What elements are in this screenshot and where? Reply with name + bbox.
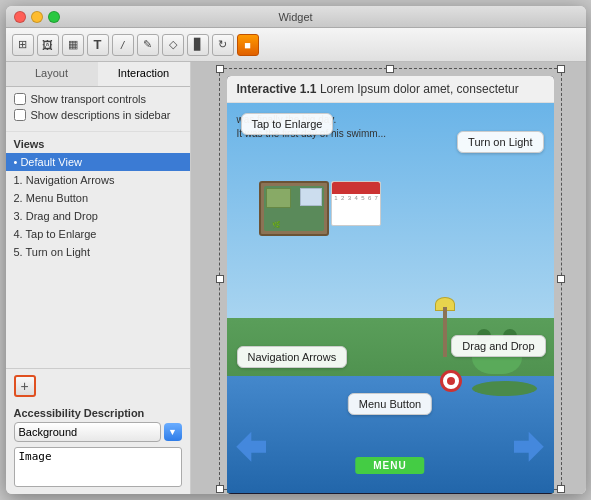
view-item-nav-arrows[interactable]: 1. Navigation Arrows	[6, 171, 190, 189]
toolbar: ⊞ 🖼 ▦ T / ✎ ◇ ▊ ↻ ■	[6, 28, 586, 62]
text-tool-button[interactable]: T	[87, 34, 109, 56]
callout-nav-arrows: Navigation Arrows	[237, 346, 348, 368]
target-icon	[440, 370, 462, 392]
line-tool-button[interactable]: /	[112, 34, 134, 56]
view-item-menu-button[interactable]: 2. Menu Button	[6, 189, 190, 207]
shape-tool-button[interactable]: ◇	[162, 34, 184, 56]
callout-drag-drop: Drag and Drop	[451, 335, 545, 357]
refresh-tool-button[interactable]: ↻	[212, 34, 234, 56]
handle-ml[interactable]	[216, 275, 224, 283]
traffic-lights	[14, 11, 60, 23]
accessibility-section: Accessibility Description Background ▼ I…	[6, 403, 190, 494]
show-transport-row: Show transport controls	[14, 93, 182, 105]
sidebar-bottom: +	[6, 368, 190, 403]
window-title: Widget	[278, 11, 312, 23]
handle-bl[interactable]	[216, 485, 224, 493]
show-transport-label: Show transport controls	[31, 93, 147, 105]
callout-turn-on-light: Turn on Light	[457, 131, 543, 153]
minimize-button[interactable]	[31, 11, 43, 23]
show-descriptions-row: Show descriptions in sidebar	[14, 109, 182, 121]
show-descriptions-label: Show descriptions in sidebar	[31, 109, 171, 121]
view-item-default[interactable]: • Default View	[6, 153, 190, 171]
accessibility-dropdown[interactable]: Background	[14, 422, 161, 442]
view-item-drag-drop[interactable]: 3. Drag and Drop	[6, 207, 190, 225]
tab-layout[interactable]: Layout	[6, 62, 98, 86]
tab-interaction[interactable]: Interaction	[98, 62, 190, 86]
content-area: Layout Interaction Show transport contro…	[6, 62, 586, 494]
chart-tool-button[interactable]: ▊	[187, 34, 209, 56]
views-section-label: Views	[6, 132, 190, 153]
views-list: • Default View 1. Navigation Arrows 2. M…	[6, 153, 190, 368]
pencil-tool-button[interactable]: ✎	[137, 34, 159, 56]
lamp-pole	[443, 307, 447, 357]
dropdown-arrow-icon[interactable]: ▼	[164, 423, 182, 441]
accessibility-dropdown-row: Background ▼	[14, 422, 182, 442]
card-title-bold: Interactive 1.1	[237, 82, 317, 96]
accessibility-label: Accessibility Description	[14, 407, 182, 419]
calendar-header	[332, 182, 380, 194]
calendar: 1 2 3 4 5 6 7	[331, 181, 381, 226]
canvas-wrapper: Interactive 1.1 Lorem Ipsum dolor amet, …	[211, 62, 566, 494]
table-tool-button[interactable]: ▦	[62, 34, 84, 56]
handle-mr[interactable]	[557, 275, 565, 283]
card-content: was finally the big day. It was the firs…	[227, 103, 554, 493]
add-view-button[interactable]: +	[14, 375, 36, 397]
app-window: Widget ⊞ 🖼 ▦ T / ✎ ◇ ▊ ↻ ■ Layout Intera…	[6, 6, 586, 494]
title-bar: Widget	[6, 6, 586, 28]
color-tool-button[interactable]: ■	[237, 34, 259, 56]
view-item-turn-on-light[interactable]: 5. Turn on Light	[6, 243, 190, 261]
handle-tr[interactable]	[557, 65, 565, 73]
photo-frame: 🌿	[259, 181, 329, 236]
view-item-tap-enlarge[interactable]: 4. Tap to Enlarge	[6, 225, 190, 243]
main-area: Interactive 1.1 Lorem Ipsum dolor amet, …	[191, 62, 586, 494]
maximize-button[interactable]	[48, 11, 60, 23]
card-title-text: Lorem Ipsum dolor amet, consectetur	[317, 82, 519, 96]
callout-tap-enlarge: Tap to Enlarge	[241, 113, 334, 135]
card-header: Interactive 1.1 Lorem Ipsum dolor amet, …	[227, 76, 554, 103]
grid-tool-button[interactable]: ⊞	[12, 34, 34, 56]
menu-bar[interactable]: MENU	[355, 457, 424, 474]
close-button[interactable]	[14, 11, 26, 23]
photo-inner: 🌿	[264, 186, 324, 231]
show-transport-checkbox[interactable]	[14, 93, 26, 105]
handle-tl[interactable]	[216, 65, 224, 73]
lily-pad	[472, 381, 537, 396]
callout-menu-button: Menu Button	[348, 393, 432, 415]
sidebar: Layout Interaction Show transport contro…	[6, 62, 191, 494]
tab-bar: Layout Interaction	[6, 62, 190, 87]
interactive-card: Interactive 1.1 Lorem Ipsum dolor amet, …	[227, 76, 554, 494]
sidebar-options: Show transport controls Show description…	[6, 87, 190, 132]
handle-br[interactable]	[557, 485, 565, 493]
image-tool-button[interactable]: 🖼	[37, 34, 59, 56]
handle-tm[interactable]	[386, 65, 394, 73]
show-descriptions-checkbox[interactable]	[14, 109, 26, 121]
accessibility-textarea[interactable]: Image	[14, 447, 182, 487]
